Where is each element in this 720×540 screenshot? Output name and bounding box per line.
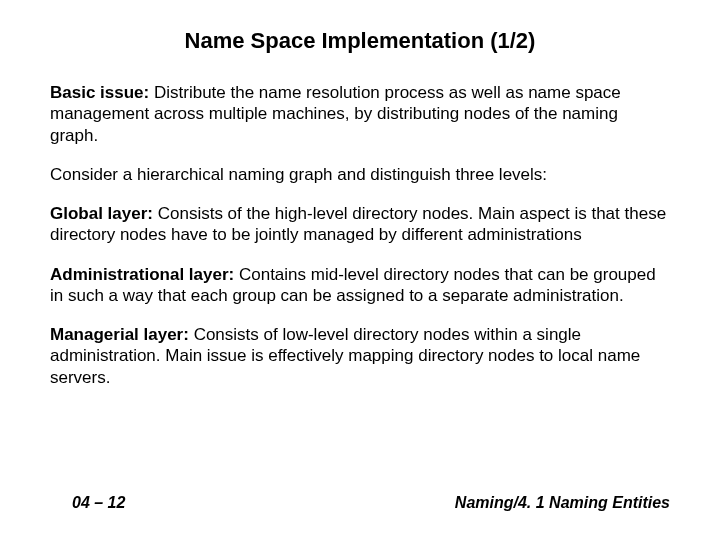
text-consider: Consider a hierarchical naming graph and… [50, 165, 547, 184]
footer-section: Naming/4. 1 Naming Entities [455, 494, 670, 512]
paragraph-basic-issue: Basic issue: Distribute the name resolut… [50, 82, 670, 146]
slide-footer: 04 – 12 Naming/4. 1 Naming Entities [50, 494, 670, 512]
paragraph-admin-layer: Administrational layer: Contains mid-lev… [50, 264, 670, 307]
paragraph-consider: Consider a hierarchical naming graph and… [50, 164, 670, 185]
lead-managerial-layer: Managerial layer: [50, 325, 189, 344]
paragraph-global-layer: Global layer: Consists of the high-level… [50, 203, 670, 246]
lead-global-layer: Global layer: [50, 204, 153, 223]
lead-basic-issue: Basic issue: [50, 83, 149, 102]
slide: Name Space Implementation (1/2) Basic is… [0, 0, 720, 540]
footer-page-number: 04 – 12 [50, 494, 125, 512]
paragraph-managerial-layer: Managerial layer: Consists of low-level … [50, 324, 670, 388]
lead-admin-layer: Administrational layer: [50, 265, 234, 284]
slide-title: Name Space Implementation (1/2) [50, 28, 670, 54]
